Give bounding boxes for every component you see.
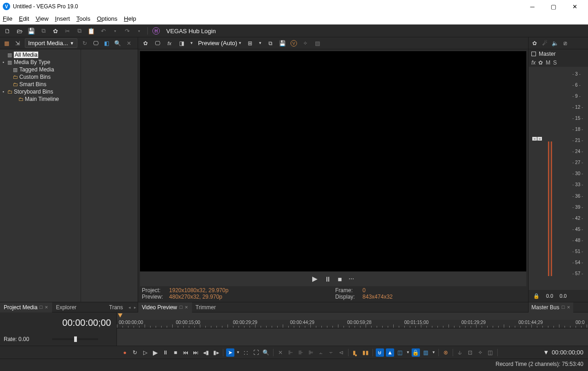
lock-icon[interactable]: 🔒 [533, 293, 540, 299]
next-frame-button[interactable]: ▮▸ [212, 348, 220, 357]
play-button[interactable]: ▶ [312, 275, 318, 283]
tool-dd[interactable]: ▼ [236, 350, 240, 354]
event-tool-5[interactable]: ⫠ [317, 348, 325, 357]
timeline-track-area[interactable]: 00:00:00;0000:00:15;0000:00:29;2900:00:4… [117, 312, 588, 346]
tab-transitions[interactable]: Trans [105, 302, 127, 312]
go-start-button[interactable]: ⏮ [181, 348, 190, 357]
event-tool-1[interactable]: ✕ [276, 348, 285, 357]
tree-storyboard-bins[interactable]: ▪🗀 Storyboard Bins [1, 88, 80, 95]
close-icon[interactable]: ✕ [45, 305, 48, 310]
position-marker-icon[interactable]: ▼ [543, 349, 549, 356]
render-as-icon[interactable]: ⧉ [40, 27, 47, 35]
tree-custom-bins[interactable]: 🗀 Custom Bins [1, 73, 80, 81]
expand-icon[interactable]: ▪ [1, 60, 6, 65]
video-fx-icon[interactable]: fx [166, 40, 173, 47]
master-mute-button[interactable]: M [546, 59, 550, 66]
dd-icon[interactable]: ▼ [190, 41, 193, 45]
menu-options[interactable]: Options [97, 15, 117, 22]
pm-icon-2[interactable]: ⇲ [14, 40, 21, 47]
new-project-icon[interactable]: 🗋 [4, 27, 11, 35]
minimize-button[interactable]: ─ [522, 0, 543, 13]
tree-media-by-type[interactable]: ▪▥ Media By Type [1, 59, 80, 66]
normal-edit-tool[interactable]: ➤ [226, 348, 234, 357]
search-icon[interactable]: 🔍 [114, 40, 122, 47]
preview-properties-icon[interactable]: ✿ [142, 40, 149, 47]
copy-icon[interactable]: ⧉ [76, 27, 83, 35]
downmix-icon[interactable]: 🔈 [552, 40, 558, 47]
master-fx-button[interactable]: fx [531, 59, 536, 66]
open-project-icon[interactable]: 🗁 [16, 27, 23, 35]
event-tool-7[interactable]: ⊲ [337, 348, 345, 357]
ignore-grouping[interactable]: ⊗ [442, 348, 450, 357]
adjust-icon[interactable]: ✧ [302, 40, 309, 47]
tab-project-media[interactable]: Project Media ☐ ✕ [0, 302, 52, 312]
event-tool-4[interactable]: ⊫ [307, 348, 315, 357]
pin-icon[interactable]: ☐ [39, 305, 43, 310]
tracks-area[interactable] [117, 328, 588, 346]
record-button[interactable]: ● [121, 348, 129, 357]
close-icon[interactable]: ✕ [567, 305, 571, 310]
pause-button[interactable]: ⏸ [161, 348, 169, 357]
master-out-icon[interactable] [531, 52, 536, 56]
display-toggle-1[interactable]: ◫ [396, 348, 404, 357]
split-screen-icon[interactable]: ◨ [178, 40, 185, 47]
menu-edit[interactable]: Edit [19, 15, 29, 22]
dd-icon[interactable]: ▼ [258, 41, 262, 45]
event-tool-6[interactable]: ⫟ [327, 348, 335, 357]
menu-help[interactable]: Help [124, 15, 136, 22]
import-media-button[interactable]: Import Media... ▼ [25, 38, 77, 48]
save-snapshot-icon[interactable]: 💾 [279, 40, 286, 47]
tree-smart-bins[interactable]: 🗀 Smart Bins [1, 81, 80, 88]
tree-all-media[interactable]: ▥ All Media [1, 51, 80, 59]
time-ruler[interactable]: 00:00:00;0000:00:15;0000:00:29;2900:00:4… [117, 320, 588, 328]
zoom-tool[interactable]: 🔍 [262, 348, 270, 357]
maximize-button[interactable]: ▢ [543, 0, 564, 13]
quantize-toggle[interactable]: ▲ [386, 348, 394, 357]
tl-icon-d[interactable]: ◫ [486, 348, 495, 357]
tl-icon-a[interactable]: ⫝ [456, 348, 464, 357]
redo-icon[interactable]: ↷ [123, 27, 131, 35]
tab-scroll-left[interactable]: ◂ [127, 305, 132, 310]
prev-frame-button[interactable]: ◂▮ [202, 348, 210, 357]
close-button[interactable]: ✕ [564, 0, 585, 13]
selection-tool[interactable]: ⸬ [242, 348, 250, 357]
screen-icon[interactable]: 🖵 [92, 40, 99, 47]
play-from-start-button[interactable]: ▷ [141, 348, 149, 357]
more-button[interactable]: ⋯ [349, 276, 354, 282]
marker-tool-2[interactable]: ▮▮ [361, 348, 370, 357]
cut-icon[interactable]: ✂ [64, 27, 71, 35]
menu-file[interactable]: File [3, 15, 12, 22]
tab-trimmer[interactable]: Trimmer [192, 302, 220, 312]
tab-explorer[interactable]: Explorer [52, 302, 80, 312]
marker-lane[interactable] [117, 312, 588, 320]
sliders-icon[interactable]: ⎚ [562, 40, 568, 47]
tree-tagged-media[interactable]: ▥ Tagged Media [1, 66, 80, 73]
redo-dd-icon[interactable]: ▾ [135, 27, 143, 35]
tab-video-preview[interactable]: Video Preview ☐ ✕ [138, 302, 192, 312]
pin-icon[interactable]: ☐ [179, 305, 183, 310]
stop-button[interactable]: ■ [171, 348, 180, 357]
close-tag-icon[interactable]: ✕ [125, 40, 133, 47]
go-end-button[interactable]: ⏭ [192, 348, 200, 357]
gear-icon[interactable]: ✿ [531, 40, 538, 47]
snap-toggle[interactable]: ⊎ [376, 348, 384, 357]
paste-icon[interactable]: 📋 [87, 27, 95, 35]
stop-button[interactable]: ■ [338, 275, 342, 283]
dim-icon[interactable]: ☄ [541, 40, 548, 47]
tab-scroll-right[interactable]: ▸ [132, 305, 138, 310]
close-icon[interactable]: ✕ [185, 305, 188, 310]
external-monitor-icon[interactable]: 🖵 [154, 40, 161, 47]
dd[interactable]: ▼ [406, 350, 410, 354]
playhead-cursor[interactable] [118, 313, 122, 318]
dd[interactable]: ▼ [432, 350, 436, 354]
media-fx-icon[interactable]: ◧ [103, 40, 111, 47]
position-tc[interactable]: 00:00:00;00 [552, 349, 583, 356]
master-solo-button[interactable]: S [553, 59, 557, 66]
scopes-icon[interactable]: ▤ [314, 40, 321, 47]
auto-ripple[interactable]: ▥ [422, 348, 430, 357]
pin-icon[interactable]: ☐ [561, 305, 565, 310]
undo-icon[interactable]: ↶ [99, 27, 107, 35]
hub-icon[interactable]: H [152, 27, 160, 35]
capture-icon[interactable]: ↻ [81, 40, 88, 47]
preview-quality-dropdown[interactable]: Preview (Auto) ▼ [198, 40, 242, 47]
